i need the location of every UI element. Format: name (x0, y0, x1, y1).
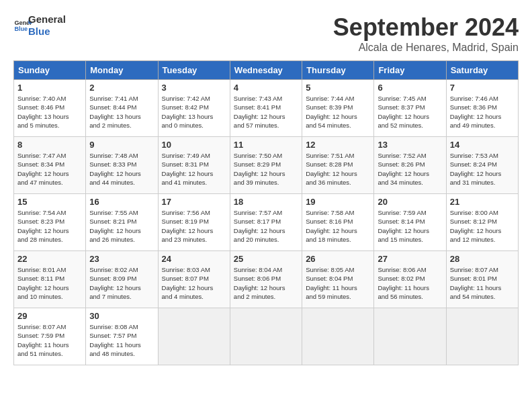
day-info: Sunrise: 7:42 AM Sunset: 8:42 PM Dayligh… (162, 94, 226, 130)
day-header-tuesday: Tuesday (158, 61, 230, 80)
calendar-cell: 24Sunrise: 8:03 AM Sunset: 8:07 PM Dayli… (158, 251, 230, 308)
calendar-title: September 2024 (333, 13, 519, 42)
day-number: 17 (162, 197, 226, 207)
calendar-cell: 2Sunrise: 7:41 AM Sunset: 8:44 PM Daylig… (86, 80, 158, 137)
calendar-cell (158, 308, 230, 365)
day-number: 7 (450, 83, 515, 93)
day-header-thursday: Thursday (302, 61, 374, 80)
day-number: 27 (378, 254, 442, 264)
calendar-cell (446, 308, 518, 365)
day-number: 9 (89, 140, 154, 150)
day-info: Sunrise: 7:46 AM Sunset: 8:36 PM Dayligh… (450, 94, 515, 130)
calendar-body: 1Sunrise: 7:40 AM Sunset: 8:46 PM Daylig… (14, 80, 519, 365)
calendar-week-row: 29Sunrise: 8:07 AM Sunset: 7:59 PM Dayli… (14, 308, 519, 365)
day-info: Sunrise: 8:04 AM Sunset: 8:06 PM Dayligh… (234, 265, 298, 301)
calendar-cell: 22Sunrise: 8:01 AM Sunset: 8:11 PM Dayli… (14, 251, 86, 308)
logo-line2: Blue (28, 26, 66, 38)
day-number: 12 (306, 140, 370, 150)
day-number: 20 (378, 197, 442, 207)
day-header-sunday: Sunday (14, 61, 86, 80)
day-number: 14 (450, 140, 515, 150)
location-subtitle: Alcala de Henares, Madrid, Spain (333, 42, 519, 54)
day-info: Sunrise: 8:03 AM Sunset: 8:07 PM Dayligh… (162, 265, 226, 301)
calendar-cell: 16Sunrise: 7:55 AM Sunset: 8:21 PM Dayli… (86, 194, 158, 251)
calendar-cell: 29Sunrise: 8:07 AM Sunset: 7:59 PM Dayli… (14, 308, 86, 365)
page-header: General Blue General Blue September 2024… (13, 13, 519, 54)
day-info: Sunrise: 7:53 AM Sunset: 8:24 PM Dayligh… (450, 151, 515, 187)
day-info: Sunrise: 7:41 AM Sunset: 8:44 PM Dayligh… (89, 94, 154, 130)
calendar-cell: 12Sunrise: 7:51 AM Sunset: 8:28 PM Dayli… (302, 137, 374, 194)
day-number: 8 (17, 140, 82, 150)
calendar-cell: 13Sunrise: 7:52 AM Sunset: 8:26 PM Dayli… (374, 137, 446, 194)
day-info: Sunrise: 7:49 AM Sunset: 8:31 PM Dayligh… (162, 151, 226, 187)
day-info: Sunrise: 7:45 AM Sunset: 8:37 PM Dayligh… (378, 94, 442, 130)
day-header-wednesday: Wednesday (230, 61, 302, 80)
calendar-cell: 28Sunrise: 8:07 AM Sunset: 8:01 PM Dayli… (446, 251, 518, 308)
day-header-friday: Friday (374, 61, 446, 80)
day-info: Sunrise: 7:51 AM Sunset: 8:28 PM Dayligh… (306, 151, 370, 187)
day-number: 18 (234, 197, 298, 207)
calendar-cell: 25Sunrise: 8:04 AM Sunset: 8:06 PM Dayli… (230, 251, 302, 308)
calendar-cell (230, 308, 302, 365)
calendar-cell: 15Sunrise: 7:54 AM Sunset: 8:23 PM Dayli… (14, 194, 86, 251)
calendar-cell: 19Sunrise: 7:58 AM Sunset: 8:16 PM Dayli… (302, 194, 374, 251)
calendar-cell: 8Sunrise: 7:47 AM Sunset: 8:34 PM Daylig… (14, 137, 86, 194)
day-info: Sunrise: 7:59 AM Sunset: 8:14 PM Dayligh… (378, 208, 442, 244)
calendar-cell: 23Sunrise: 8:02 AM Sunset: 8:09 PM Dayli… (86, 251, 158, 308)
calendar-cell: 1Sunrise: 7:40 AM Sunset: 8:46 PM Daylig… (14, 80, 86, 137)
logo-line1: General (28, 13, 66, 26)
day-info: Sunrise: 7:56 AM Sunset: 8:19 PM Dayligh… (162, 208, 226, 244)
day-info: Sunrise: 8:07 AM Sunset: 8:01 PM Dayligh… (450, 265, 515, 301)
calendar-week-row: 22Sunrise: 8:01 AM Sunset: 8:11 PM Dayli… (14, 251, 519, 308)
day-info: Sunrise: 8:02 AM Sunset: 8:09 PM Dayligh… (89, 265, 154, 301)
day-number: 22 (17, 254, 82, 264)
day-number: 23 (89, 254, 154, 264)
day-number: 28 (450, 254, 515, 264)
day-info: Sunrise: 8:07 AM Sunset: 7:59 PM Dayligh… (17, 322, 82, 358)
day-info: Sunrise: 7:58 AM Sunset: 8:16 PM Dayligh… (306, 208, 370, 244)
day-number: 10 (162, 140, 226, 150)
day-header-saturday: Saturday (446, 61, 518, 80)
calendar-week-row: 15Sunrise: 7:54 AM Sunset: 8:23 PM Dayli… (14, 194, 519, 251)
day-header-monday: Monday (86, 61, 158, 80)
calendar-week-row: 1Sunrise: 7:40 AM Sunset: 8:46 PM Daylig… (14, 80, 519, 137)
day-info: Sunrise: 7:47 AM Sunset: 8:34 PM Dayligh… (17, 151, 82, 187)
day-info: Sunrise: 8:00 AM Sunset: 8:12 PM Dayligh… (450, 208, 515, 244)
day-number: 19 (306, 197, 370, 207)
day-number: 1 (17, 83, 82, 93)
calendar-cell: 30Sunrise: 8:08 AM Sunset: 7:57 PM Dayli… (86, 308, 158, 365)
calendar-cell: 14Sunrise: 7:53 AM Sunset: 8:24 PM Dayli… (446, 137, 518, 194)
calendar-cell: 26Sunrise: 8:05 AM Sunset: 8:04 PM Dayli… (302, 251, 374, 308)
logo: General Blue General Blue (13, 13, 66, 38)
day-number: 3 (162, 83, 226, 93)
day-info: Sunrise: 7:54 AM Sunset: 8:23 PM Dayligh… (17, 208, 82, 244)
day-info: Sunrise: 7:48 AM Sunset: 8:33 PM Dayligh… (89, 151, 154, 187)
calendar-cell: 10Sunrise: 7:49 AM Sunset: 8:31 PM Dayli… (158, 137, 230, 194)
day-number: 2 (89, 83, 154, 93)
day-info: Sunrise: 8:05 AM Sunset: 8:04 PM Dayligh… (306, 265, 370, 301)
day-info: Sunrise: 7:50 AM Sunset: 8:29 PM Dayligh… (234, 151, 298, 187)
day-number: 13 (378, 140, 442, 150)
day-info: Sunrise: 7:44 AM Sunset: 8:39 PM Dayligh… (306, 94, 370, 130)
calendar-week-row: 8Sunrise: 7:47 AM Sunset: 8:34 PM Daylig… (14, 137, 519, 194)
day-number: 30 (89, 311, 154, 321)
title-section: September 2024 Alcala de Henares, Madrid… (333, 13, 519, 54)
calendar-cell: 7Sunrise: 7:46 AM Sunset: 8:36 PM Daylig… (446, 80, 518, 137)
calendar-cell: 21Sunrise: 8:00 AM Sunset: 8:12 PM Dayli… (446, 194, 518, 251)
day-info: Sunrise: 8:01 AM Sunset: 8:11 PM Dayligh… (17, 265, 82, 301)
day-info: Sunrise: 7:40 AM Sunset: 8:46 PM Dayligh… (17, 94, 82, 130)
day-info: Sunrise: 7:43 AM Sunset: 8:41 PM Dayligh… (234, 94, 298, 130)
calendar-cell: 3Sunrise: 7:42 AM Sunset: 8:42 PM Daylig… (158, 80, 230, 137)
calendar-cell: 17Sunrise: 7:56 AM Sunset: 8:19 PM Dayli… (158, 194, 230, 251)
day-info: Sunrise: 8:08 AM Sunset: 7:57 PM Dayligh… (89, 322, 154, 358)
day-info: Sunrise: 7:52 AM Sunset: 8:26 PM Dayligh… (378, 151, 442, 187)
calendar-cell: 5Sunrise: 7:44 AM Sunset: 8:39 PM Daylig… (302, 80, 374, 137)
day-number: 16 (89, 197, 154, 207)
day-info: Sunrise: 8:06 AM Sunset: 8:02 PM Dayligh… (378, 265, 442, 301)
day-number: 11 (234, 140, 298, 150)
calendar-header-row: SundayMondayTuesdayWednesdayThursdayFrid… (14, 61, 519, 80)
svg-text:Blue: Blue (14, 26, 28, 32)
day-number: 25 (234, 254, 298, 264)
day-number: 4 (234, 83, 298, 93)
day-info: Sunrise: 7:55 AM Sunset: 8:21 PM Dayligh… (89, 208, 154, 244)
